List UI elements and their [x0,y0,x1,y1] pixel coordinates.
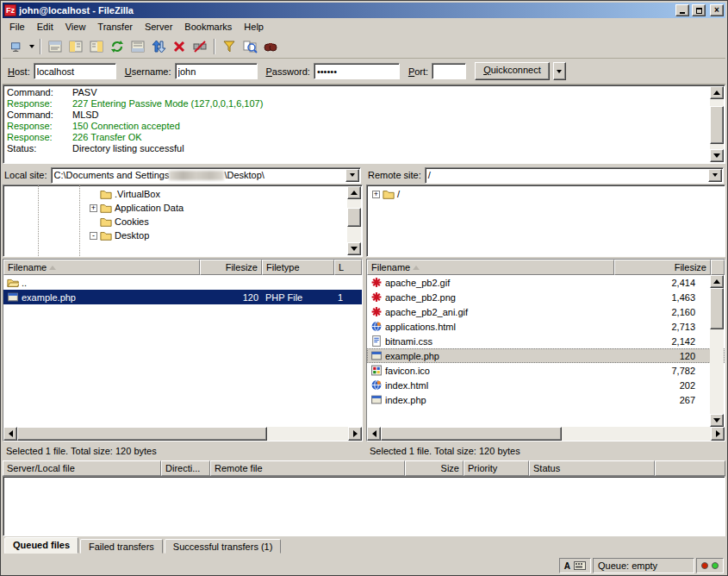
file-row-parent-dir[interactable]: .. [3,275,362,290]
queue-column-server-local-file[interactable]: Server/Local file [3,460,161,476]
scrollbar-thumb[interactable] [347,208,361,227]
toggle-remote-tree-icon[interactable] [86,37,107,56]
local-site-label: Local site: [4,170,47,180]
scroll-down-button[interactable] [710,149,724,162]
column-header-filesize[interactable]: Filesize [614,260,711,275]
queue-column-remote-file[interactable]: Remote file [210,460,405,476]
remote-file-list: Filename Filesize apache_pb2.gif 2,414 a… [366,259,725,441]
site-manager-dropdown-icon[interactable] [27,37,36,56]
process-queue-icon[interactable] [148,37,169,56]
file-row[interactable]: apache_pb2.gif 2,414 [367,275,725,290]
menu-edit[interactable]: Edit [31,19,59,34]
find-files-icon[interactable] [260,37,281,56]
scrollbar-thumb[interactable] [710,106,724,144]
scroll-left-button[interactable] [3,427,17,441]
scroll-down-button[interactable] [710,414,724,427]
column-header-filesize[interactable]: Filesize [200,260,262,275]
file-row[interactable]: index.html 202 [367,378,725,392]
scroll-down-button[interactable] [347,242,361,255]
directory-comparison-icon[interactable] [240,37,260,56]
cancel-icon[interactable] [169,37,190,56]
queue-column-direction[interactable]: Directi... [161,460,210,476]
column-header-last-modified[interactable]: L [334,260,362,275]
tree-expand-icon[interactable]: + [90,204,97,212]
scrollbar-thumb[interactable] [381,427,562,441]
local-tree-pane: Local site: C:\Documents and Settings\De… [3,166,363,257]
toggle-message-log-icon[interactable] [45,37,65,56]
combo-dropdown-icon[interactable] [708,169,722,182]
scroll-left-button[interactable] [367,427,381,441]
remote-horizontal-scrollbar[interactable] [367,427,725,441]
scroll-right-button[interactable] [348,427,362,441]
menu-bookmarks[interactable]: Bookmarks [178,19,238,34]
disconnect-icon[interactable] [190,37,210,56]
scroll-right-button[interactable] [711,427,725,441]
tree-item[interactable]: + / [367,187,725,201]
quickconnect-dropdown-icon[interactable] [553,62,566,80]
queue-column-status[interactable]: Status [529,460,655,476]
log-scrollbar[interactable] [710,86,724,162]
scroll-up-button[interactable] [710,86,724,99]
column-header-filetype[interactable]: Filetype [262,260,334,275]
scrollbar-track[interactable] [710,288,724,414]
tree-item[interactable]: Cookies [3,215,362,229]
toolbar-separator [40,39,41,54]
close-button[interactable]: × [710,4,724,16]
queue-column-size[interactable]: Size [405,460,464,476]
quickconnect-bar: Host: Username: Password: Port: Quickcon… [3,59,725,85]
host-input[interactable] [34,63,116,79]
column-header-filename[interactable]: Filename [367,260,614,275]
menu-help[interactable]: Help [238,19,270,34]
toggle-queue-icon[interactable] [128,37,148,56]
tree-item[interactable]: + Application Data [3,201,362,215]
file-row[interactable]: apache_pb2_ani.gif 2,160 [367,304,725,319]
remote-vertical-scrollbar[interactable] [710,275,724,427]
tree-item[interactable]: .VirtualBox [3,187,362,201]
maximize-button[interactable] [692,4,706,16]
minimize-button[interactable] [675,4,689,16]
toggle-local-tree-icon[interactable] [65,37,86,56]
file-row[interactable]: favicon.ico 7,782 [367,363,725,378]
scrollbar-track[interactable] [381,427,711,441]
scrollbar-track[interactable] [710,99,724,149]
file-row[interactable]: bitnami.css 2,142 [367,334,725,348]
tab-successful-transfers[interactable]: Successful transfers (1) [165,539,282,554]
file-row[interactable]: applications.html 2,713 [367,319,725,334]
file-row[interactable]: apache_pb2.png 1,463 [367,290,725,304]
filter-icon[interactable] [219,37,240,56]
file-row-selected[interactable]: example.php 120 [367,348,725,363]
remote-tree-pane: Remote site: / + / [366,166,725,257]
menu-transfer[interactable]: Transfer [91,19,139,34]
tree-expand-icon[interactable]: + [372,191,380,198]
quickconnect-button[interactable]: Quickconnect [475,62,550,80]
menu-file[interactable]: File [3,19,31,34]
scrollbar-track[interactable] [347,199,361,242]
port-input[interactable] [432,63,466,79]
column-header-filename[interactable]: Filename [3,260,200,275]
scrollbar-track[interactable] [17,427,348,441]
scrollbar-thumb[interactable] [17,427,267,441]
combo-dropdown-icon[interactable] [345,169,359,182]
queue-column-priority[interactable]: Priority [464,460,529,476]
scrollbar-thumb[interactable] [710,288,724,329]
log-line: Response:227 Entering Passive Mode (127,… [7,98,709,110]
local-horizontal-scrollbar[interactable] [3,427,362,441]
tree-collapse-icon[interactable]: - [90,232,97,240]
menu-server[interactable]: Server [139,19,178,34]
tab-queued-files[interactable]: Queued files [4,537,78,554]
tab-failed-transfers[interactable]: Failed transfers [80,539,163,554]
local-path-prefix: C:\Documents and Settings [54,170,170,180]
local-site-combobox[interactable]: C:\Documents and Settings\Desktop\ [51,167,361,184]
menu-view[interactable]: View [59,19,92,34]
file-row-example-php[interactable]: example.php 120 PHP File 1 [3,290,362,304]
password-input[interactable] [314,63,400,79]
tree-item[interactable]: - Desktop [3,229,362,242]
refresh-icon[interactable] [107,37,128,56]
scroll-up-button[interactable] [347,186,361,199]
remote-site-combobox[interactable]: / [425,167,724,184]
file-row[interactable]: index.php 267 [367,392,725,407]
username-input[interactable] [175,63,258,79]
local-tree-scrollbar[interactable] [347,186,361,255]
site-manager-icon[interactable] [6,37,27,56]
scroll-up-button[interactable] [710,275,724,288]
